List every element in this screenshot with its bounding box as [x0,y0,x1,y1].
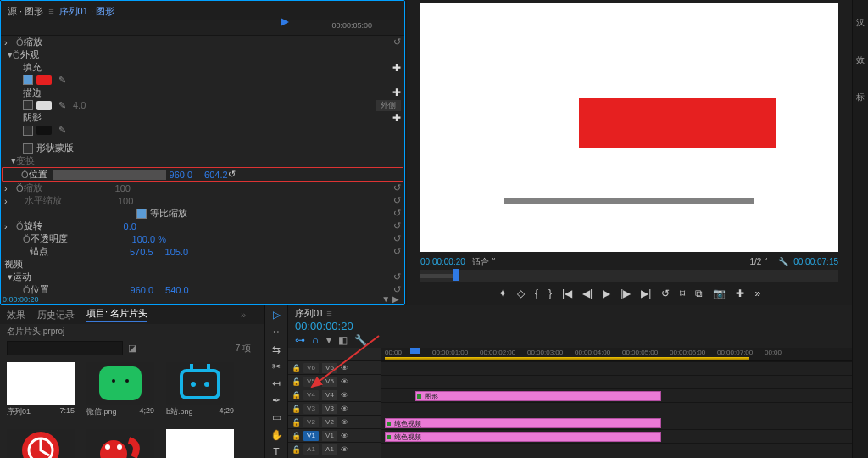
prop-opacity[interactable]: 不透明度 [31,232,68,245]
tab-history[interactable]: 历史记录 [37,309,75,321]
track-patch[interactable]: V4 [322,390,337,400]
track-target[interactable]: V2 [303,417,319,427]
razor-tool-icon[interactable]: ✂ [270,360,283,372]
lock-icon[interactable]: 🔒 [292,432,300,440]
reset-icon[interactable]: ↺ [393,246,401,257]
timeline-timecode[interactable]: 00:00:00:20 [295,320,845,332]
fill-color-swatch[interactable] [36,75,52,85]
rotate-value[interactable]: 0.0 [124,221,136,232]
eyedropper-icon[interactable]: ✎ [58,75,66,86]
reset-icon[interactable]: ↺ [393,221,401,232]
eye-icon[interactable]: 👁 [341,377,349,386]
transport-btn-3[interactable]: } [548,288,552,299]
gray-bar-graphic[interactable] [504,198,755,205]
prop-scale2[interactable]: 缩放 [24,182,42,194]
tab-source[interactable]: 源 · 图形 [3,3,48,20]
prop-shapemask[interactable]: 形状蒙版 [36,142,74,154]
eye-icon[interactable]: 👁 [341,405,349,413]
tab-sequence[interactable]: 序列01 · 图形 [54,3,120,20]
program-canvas[interactable] [420,3,838,252]
track-target[interactable]: V3 [303,404,319,414]
reset-icon[interactable]: ↺ [393,36,401,47]
reset-icon[interactable]: ↺ [393,182,401,193]
lock-icon[interactable]: 🔒 [292,391,300,399]
track-target[interactable]: V1 [303,431,319,441]
fill-enable-check[interactable] [23,75,33,85]
reset-icon[interactable]: ↺ [393,195,401,206]
project-thumb[interactable] [86,429,154,458]
work-area-bar[interactable] [385,357,749,360]
stroke-outer-button[interactable]: 外侧 [376,100,401,111]
prop-transform[interactable]: 变换 [16,154,35,167]
snap-icon[interactable]: ⊶ [295,334,305,346]
transport-btn-1[interactable]: ◇ [517,288,525,299]
ec-timecode[interactable]: 0:00:00:20 [3,295,39,304]
track-patch[interactable]: V1 [322,431,337,441]
project-thumb[interactable] [7,362,75,405]
uniform-scale-check[interactable] [136,209,147,219]
program-zoom-fit[interactable]: 适合 ˅ [472,256,496,268]
reset-icon[interactable]: ↺ [393,271,401,282]
clip-v4[interactable]: 图形 [415,391,661,401]
track-patch[interactable]: V3 [322,404,337,414]
transport-btn-14[interactable]: » [754,288,760,299]
mini-timeline[interactable]: 00:00:05:00 [1,20,404,36]
project-search-input[interactable] [7,341,123,355]
project-thumb[interactable] [166,362,234,405]
wrench-icon[interactable]: 🔧 [354,334,367,346]
lock-icon[interactable]: 🔒 [292,445,300,454]
shapemask-check[interactable] [23,143,33,154]
prop-position[interactable]: 位置 [29,168,47,181]
stroke-width-value[interactable]: 4.0 [73,100,86,110]
lock-icon[interactable]: 🔒 [292,377,300,386]
eye-icon[interactable]: 👁 [341,391,349,399]
transport-btn-5[interactable]: ◀| [582,288,593,299]
tab-project[interactable]: 项目: 名片片头 [86,307,147,322]
slip-tool-icon[interactable]: ↤ [270,377,283,389]
timeline-sequence-name[interactable]: 序列01 [295,308,324,318]
track-target[interactable]: V6 [303,363,319,373]
lock-icon[interactable]: 🔒 [292,405,300,413]
eyedropper-icon[interactable]: ✎ [58,100,66,111]
lock-icon[interactable]: 🔒 [292,364,300,372]
track-patch[interactable]: V2 [322,417,337,427]
transport-btn-4[interactable]: |◀ [562,288,572,299]
track-target[interactable]: V5 [303,377,319,387]
pos-x-value[interactable]: 960.0 [170,170,193,180]
hand-tool-icon[interactable]: ✋ [270,429,283,441]
position-slider[interactable] [53,170,166,180]
pen-tool-icon[interactable]: ✒ [270,394,283,406]
linked-sel-icon[interactable]: ∩ [312,334,320,346]
eye-icon[interactable]: 👁 [341,364,349,372]
playhead-icon[interactable] [281,18,289,26]
anchor-y-value[interactable]: 105.0 [165,247,189,257]
eye-icon[interactable]: 👁 [341,432,349,440]
shadow-color-swatch[interactable] [36,126,52,135]
track-select-tool-icon[interactable]: ↔ [270,326,283,338]
eye-icon[interactable]: 👁 [341,445,349,454]
settings-icon[interactable]: ◧ [338,334,348,346]
tab-effects[interactable]: 效果 [7,309,25,321]
program-tc-left[interactable]: 00:00:00:20 [420,257,465,266]
track-patch[interactable]: A1 [322,444,337,455]
opacity-value[interactable]: 100.0 % [132,234,166,244]
transport-btn-9[interactable]: ↺ [661,288,670,299]
scale-value[interactable]: 100 [115,183,131,193]
bin-icon[interactable]: ◪ [128,343,136,354]
reset-icon[interactable]: ↺ [228,169,236,180]
track-target[interactable]: V4 [303,390,319,400]
stroke-color-swatch[interactable] [36,101,52,110]
reset-icon[interactable]: ↺ [393,208,401,219]
red-rectangle-graphic[interactable] [579,98,776,148]
add-shadow-icon[interactable]: ✚ [392,112,401,124]
wrench-icon[interactable]: 🔧 [778,257,788,266]
track-target[interactable]: A1 [303,444,319,455]
scrubber-playhead[interactable] [453,269,459,281]
collapsed-audio-panel[interactable] [852,305,868,458]
clip-v2[interactable]: 纯色视频 [385,418,661,428]
p2x-value[interactable]: 960.0 [131,285,154,295]
transport-btn-13[interactable]: ✚ [736,288,744,299]
program-scrubber[interactable] [420,270,838,282]
reset-icon[interactable]: ↺ [393,233,401,244]
transport-btn-6[interactable]: ▶ [603,288,610,299]
